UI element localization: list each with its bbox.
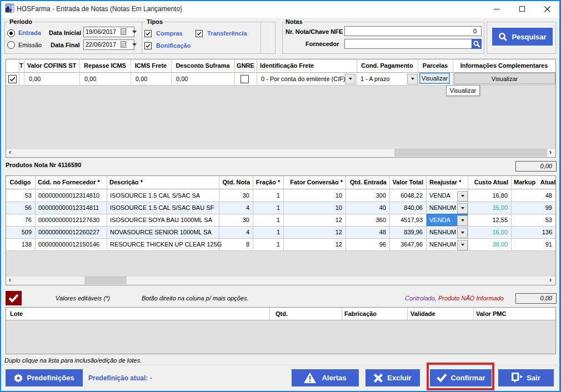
svg-text:hos: hos <box>11 5 14 12</box>
